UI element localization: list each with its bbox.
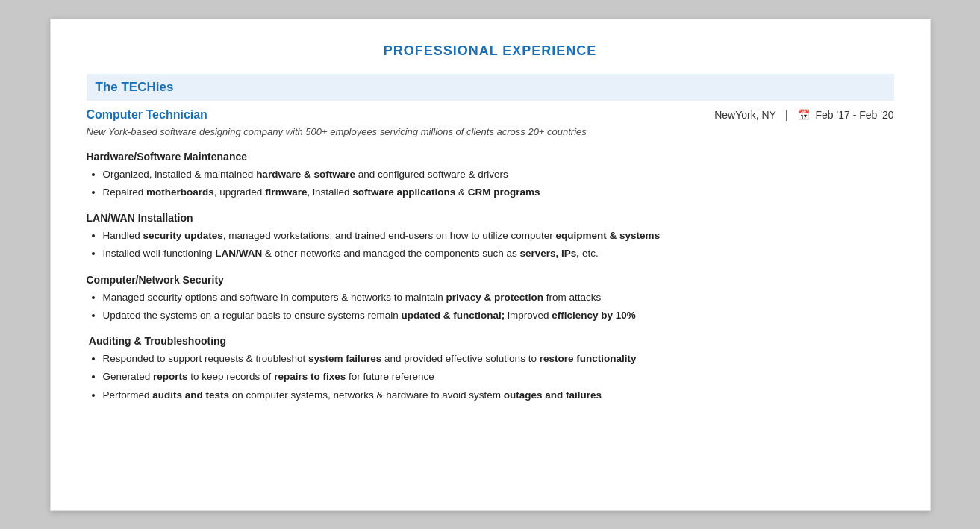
bullet-list-lanwan: Handled security updates, managed workst… — [87, 228, 894, 262]
subsection-title-auditing: Auditing & Troubleshooting — [87, 335, 894, 347]
bullet-list-network-security: Managed security options and software in… — [87, 290, 894, 324]
list-item: Installed well-functioning LAN/WAN & oth… — [103, 246, 894, 261]
subsection-title-network-security: Computer/Network Security — [87, 274, 894, 286]
list-item: Performed audits and tests on computer s… — [103, 388, 894, 403]
company-name: The TECHies — [96, 80, 174, 94]
subsection-network-security: Computer/Network Security Managed securi… — [87, 274, 894, 324]
job-dates: Feb '17 - Feb '20 — [816, 109, 894, 121]
list-item: Organized, installed & maintained hardwa… — [103, 167, 894, 182]
list-item: Updated the systems on a regular basis t… — [103, 308, 894, 323]
list-item: Repaired motherboards, upgraded firmware… — [103, 185, 894, 200]
meta-separator: | — [785, 109, 788, 121]
job-header: Computer Technician NewYork, NY | 📅 Feb … — [87, 108, 894, 122]
job-location: NewYork, NY — [714, 109, 776, 121]
subsection-title-lanwan: LAN/WAN Installation — [87, 212, 894, 224]
subsection-hardware: Hardware/Software Maintenance Organized,… — [87, 151, 894, 201]
list-item: Managed security options and software in… — [103, 290, 894, 305]
list-item: Handled security updates, managed workst… — [103, 228, 894, 243]
bullet-list-hardware: Organized, installed & maintained hardwa… — [87, 167, 894, 201]
bullet-list-auditing: Responded to support requests & troubles… — [87, 351, 894, 403]
subsection-lanwan: LAN/WAN Installation Handled security up… — [87, 212, 894, 262]
job-title: Computer Technician — [87, 108, 207, 122]
subsection-title-hardware: Hardware/Software Maintenance — [87, 151, 894, 163]
section-title: PROFESSIONAL EXPERIENCE — [87, 43, 894, 59]
subsection-auditing: Auditing & Troubleshooting Responded to … — [87, 335, 894, 403]
company-description: New York-based software designing compan… — [87, 126, 894, 137]
resume-page: PROFESSIONAL EXPERIENCE The TECHies Comp… — [50, 19, 931, 511]
list-item: Generated reports to keep records of rep… — [103, 369, 894, 384]
job-meta: NewYork, NY | 📅 Feb '17 - Feb '20 — [714, 109, 893, 121]
company-header: The TECHies — [87, 74, 894, 101]
list-item: Responded to support requests & troubles… — [103, 351, 894, 366]
calendar-icon: 📅 — [797, 109, 810, 121]
